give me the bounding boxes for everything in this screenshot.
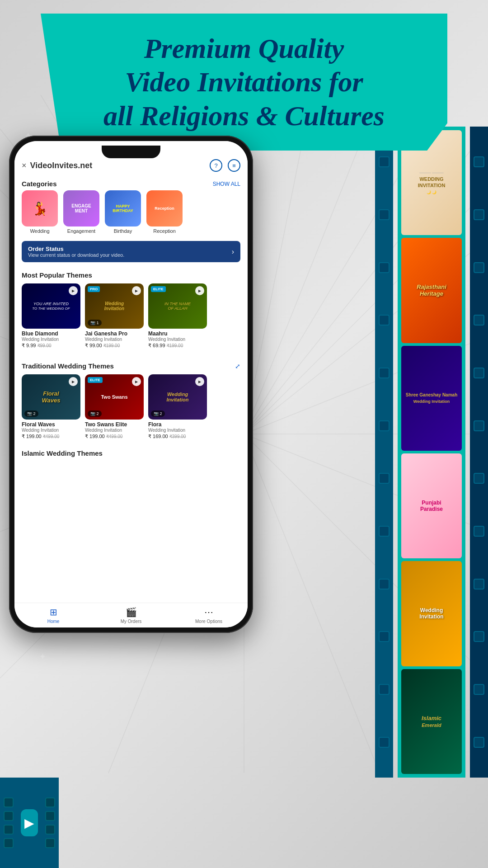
- category-wedding[interactable]: 💃 Wedding: [22, 190, 58, 234]
- menu-icon[interactable]: ≡: [228, 159, 240, 172]
- theme-two-swans[interactable]: ELITE ▶ 📷 2 Two Swans Two Swans Elite We…: [85, 374, 144, 439]
- category-reception[interactable]: Reception Reception: [146, 190, 183, 234]
- perf-hole: [379, 315, 389, 326]
- theme-img-jai-ganesha: PRO ▶ 📷 1 WeddingInvitation: [85, 283, 144, 329]
- theme-price-jai-ganesha: ₹ 99.00 ₹199.00: [85, 343, 144, 349]
- order-status-title: Order Status: [28, 245, 124, 252]
- perf-hole: [4, 797, 14, 807]
- help-icon[interactable]: ?: [210, 159, 222, 172]
- traditional-themes-section: Traditional Wedding Themes ⤢ ▶ 📷 2 Flora…: [14, 356, 248, 447]
- play-button[interactable]: ▶: [195, 286, 204, 295]
- perf-hole: [45, 811, 55, 821]
- categories-header: Categories SHOW ALL: [14, 176, 248, 190]
- theme-badge-pro: PRO: [88, 286, 100, 292]
- film-perfs-right: [470, 127, 488, 778]
- film-strip-bottom: ▶: [0, 778, 59, 868]
- film-card-ganesh[interactable]: Shree Ganeshay NamahWedding Invitation: [401, 346, 462, 451]
- perf-hole: [379, 579, 389, 590]
- perf-hole: [379, 526, 389, 537]
- categories-label: Categories: [22, 180, 57, 188]
- theme-name-maahru: Maahru: [148, 330, 207, 337]
- traditional-themes-title: Traditional Wedding Themes: [22, 362, 114, 370]
- play-button[interactable]: ▶: [69, 286, 78, 295]
- nav-more[interactable]: ⋯ More Options: [170, 607, 248, 624]
- camera-count-swans: 📷 2: [88, 410, 102, 417]
- film-card-islamic[interactable]: IslamicEmerald: [401, 669, 462, 774]
- perf-hole: [379, 209, 389, 220]
- orders-icon: 🎬: [126, 607, 137, 618]
- category-label-engagement: Engagement: [67, 228, 95, 234]
- close-button[interactable]: ×: [22, 161, 27, 170]
- category-engagement[interactable]: ENGAGEMENT Engagement: [63, 190, 99, 234]
- app-logo: VideoInvites.net: [30, 161, 93, 170]
- perf-hole: [379, 631, 389, 642]
- category-card-reception[interactable]: Reception: [146, 190, 183, 226]
- theme-type-floral-waves: Wedding Invitation: [22, 428, 80, 433]
- perf-hole: [474, 262, 484, 273]
- nav-home[interactable]: ⊞ Home: [14, 607, 92, 624]
- film-card-punjabi[interactable]: PunjabiParadise: [401, 453, 462, 558]
- category-card-birthday[interactable]: HAPPYBIRTHDAY: [105, 190, 141, 226]
- app-header-icons: ? ≡: [210, 159, 240, 172]
- theme-type-maahru: Wedding Invitation: [148, 337, 207, 342]
- film-perfs-left: [375, 127, 393, 778]
- phone-mockup: × VideoInvites.net ? ≡ Categories SHOW A…: [9, 136, 253, 633]
- app-content: × VideoInvites.net ? ≡ Categories SHOW A…: [14, 141, 248, 627]
- theme-floral-waves[interactable]: ▶ 📷 2 FloralWaves Floral Waves Wedding I…: [22, 374, 80, 439]
- bottom-nav: ⊞ Home 🎬 My Orders ⋯ More Options: [14, 603, 248, 627]
- theme-name-blue-diamond: Blue Diamond: [22, 330, 80, 337]
- category-card-engagement[interactable]: ENGAGEMENT: [63, 190, 99, 226]
- theme-name-jai-ganesha: Jai Ganesha Pro: [85, 330, 144, 337]
- theme-maahru[interactable]: ELITE ▶ IN THE NAMEOF ALLAH Maahru Weddi…: [148, 283, 207, 349]
- play-button[interactable]: ▶: [69, 377, 78, 386]
- film-card-rajasthani[interactable]: RajasthaniHeritage: [401, 238, 462, 343]
- perf-hole: [379, 420, 389, 431]
- theme-type-jai-ganesha: Wedding Invitation: [85, 337, 144, 342]
- banner-title: Premium Quality Video Invitations for al…: [77, 32, 411, 132]
- home-icon: ⊞: [50, 607, 57, 618]
- perf-hole: [474, 209, 484, 220]
- perf-hole: [474, 579, 484, 590]
- perf-hole: [4, 838, 14, 848]
- nav-orders[interactable]: 🎬 My Orders: [92, 607, 170, 624]
- film-card-golden[interactable]: WeddingInvitation: [401, 561, 462, 666]
- categories-row: 💃 Wedding ENGAGEMENT Engagement: [14, 190, 248, 238]
- perf-hole: [379, 368, 389, 378]
- theme-price-flora: ₹ 169.00 ₹399.00: [148, 434, 207, 439]
- theme-blue-diamond[interactable]: ▶ YOU ARE INVITEDTO THE WEDDING OF Blue …: [22, 283, 80, 349]
- banner-shape: Premium Quality Video Invitations for al…: [41, 14, 447, 151]
- svg-line-16: [244, 434, 380, 773]
- order-status-bar[interactable]: Order Status View current status or down…: [22, 241, 240, 262]
- order-status-text: Order Status View current status or down…: [28, 245, 124, 258]
- perf-hole: [4, 811, 14, 821]
- phone-screen: × VideoInvites.net ? ≡ Categories SHOW A…: [14, 141, 248, 627]
- islamic-themes-title: Islamic Wedding Themes: [22, 449, 103, 457]
- nav-home-label: Home: [47, 619, 60, 624]
- traditional-expand-icon[interactable]: ⤢: [235, 363, 240, 370]
- category-label-birthday: Birthday: [114, 228, 132, 234]
- islamic-themes-header: Islamic Wedding Themes: [14, 447, 248, 458]
- perf-hole: [474, 156, 484, 167]
- category-birthday[interactable]: HAPPYBIRTHDAY Birthday: [105, 190, 141, 234]
- film-bottom-inner: ▶: [0, 778, 59, 868]
- more-icon: ⋯: [204, 607, 213, 618]
- theme-jai-ganesha[interactable]: PRO ▶ 📷 1 WeddingInvitation Jai Ganesha …: [85, 283, 144, 349]
- camera-count: 📷 1: [88, 320, 102, 326]
- perf-hole: [474, 526, 484, 537]
- play-button[interactable]: ▶: [132, 286, 141, 295]
- theme-price-floral-waves: ₹ 199.00 ₹499.00: [22, 434, 80, 439]
- play-button[interactable]: ▶: [195, 377, 204, 386]
- perf-hole: [379, 473, 389, 484]
- perf-hole: [474, 737, 484, 748]
- popular-themes-title: Most Popular Themes: [22, 271, 92, 279]
- play-logo: ▶: [21, 809, 38, 836]
- theme-price-blue-diamond: ₹ 9.99 ₹99.00: [22, 343, 80, 349]
- category-card-wedding[interactable]: 💃: [22, 190, 58, 226]
- show-all-link[interactable]: SHOW ALL: [213, 181, 240, 187]
- play-button[interactable]: ▶: [132, 377, 141, 386]
- theme-name-flora: Flora: [148, 421, 207, 428]
- film-images: ──── ──── WEDDINGINVITATION 🌙 🌙 Rajastha…: [398, 127, 465, 778]
- perf-hole: [45, 797, 55, 807]
- theme-flora[interactable]: ▶ 📷 2 WeddingInvitation Flora Wedding In…: [148, 374, 207, 439]
- camera-count-floral: 📷 2: [24, 410, 38, 417]
